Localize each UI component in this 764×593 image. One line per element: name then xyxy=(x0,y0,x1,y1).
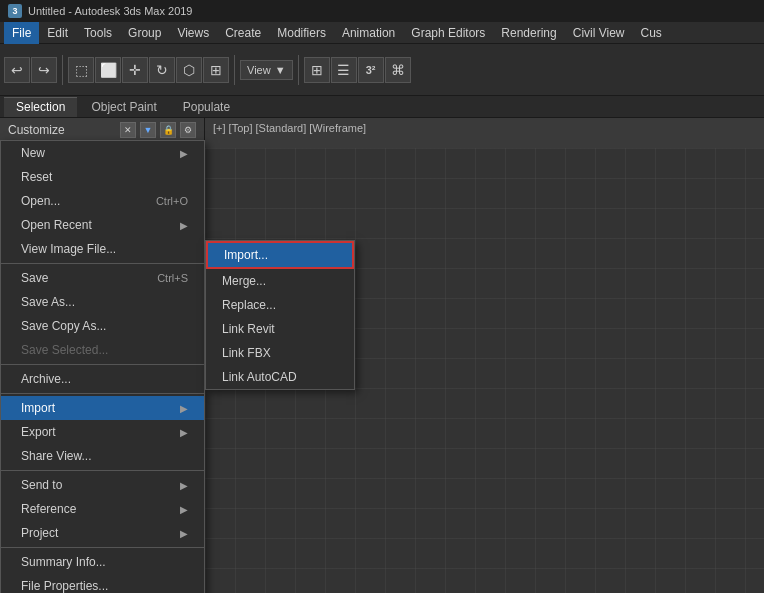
menu-item-new-label: New xyxy=(21,146,45,160)
toolbar-group-select: ↩ ↪ xyxy=(4,57,57,83)
tab-populate[interactable]: Populate xyxy=(171,97,242,117)
toolbar-group-align: ⊞ ☰ 3² ⌘ xyxy=(304,57,411,83)
menu-item-save-selected-label: Save Selected... xyxy=(21,343,108,357)
submenu-link-fbx-label: Link FBX xyxy=(222,346,271,360)
layer-button[interactable]: ☰ xyxy=(331,57,357,83)
file-dropdown: New ▶ Reset Open... Ctrl+O Open Recent ▶… xyxy=(0,140,205,593)
submenu-link-fbx[interactable]: Link FBX xyxy=(206,341,354,365)
menu-item-file-props[interactable]: File Properties... xyxy=(1,574,204,593)
select-region-button[interactable]: ⬜ xyxy=(95,57,121,83)
menu-separator-3 xyxy=(1,393,204,394)
menu-tools[interactable]: Tools xyxy=(76,22,120,44)
menu-bar: File Edit Tools Group Views Create Modif… xyxy=(0,22,764,44)
menu-item-summary-label: Summary Info... xyxy=(21,555,106,569)
left-panel: Customize ✕ ▼ 🔒 ⚙ ▲ Frozen New ▶ Reset xyxy=(0,118,205,593)
menu-item-open[interactable]: Open... Ctrl+O xyxy=(1,189,204,213)
menu-create[interactable]: Create xyxy=(217,22,269,44)
menu-item-save-copy-label: Save Copy As... xyxy=(21,319,106,333)
rotate-button[interactable]: ↻ xyxy=(149,57,175,83)
extra-button[interactable]: ⌘ xyxy=(385,57,411,83)
menu-item-reference[interactable]: Reference ▶ xyxy=(1,497,204,521)
menu-item-export-label: Export xyxy=(21,425,56,439)
toolbar-separator-3 xyxy=(298,55,299,85)
menu-item-send-to-label: Send to xyxy=(21,478,62,492)
submenu-link-autocad[interactable]: Link AutoCAD xyxy=(206,365,354,389)
submenu-link-autocad-label: Link AutoCAD xyxy=(222,370,297,384)
cust-filter-icon[interactable]: ▼ xyxy=(140,122,156,138)
toolbar-group-tools: ⬚ ⬜ ✛ ↻ ⬡ ⊞ xyxy=(68,57,229,83)
menu-civil-view[interactable]: Civil View xyxy=(565,22,633,44)
menu-item-project-label: Project xyxy=(21,526,58,540)
menu-item-open-recent[interactable]: Open Recent ▶ xyxy=(1,213,204,237)
customize-title: Customize xyxy=(8,123,65,137)
menu-item-summary[interactable]: Summary Info... xyxy=(1,550,204,574)
menu-separator-4 xyxy=(1,470,204,471)
select-button[interactable]: ⬚ xyxy=(68,57,94,83)
menu-rendering[interactable]: Rendering xyxy=(493,22,564,44)
scale-button[interactable]: ⬡ xyxy=(176,57,202,83)
tab-object-paint[interactable]: Object Paint xyxy=(79,97,168,117)
menu-modifiers[interactable]: Modifiers xyxy=(269,22,334,44)
menu-item-file-props-label: File Properties... xyxy=(21,579,108,593)
title-bar: 3 Untitled - Autodesk 3ds Max 2019 xyxy=(0,0,764,22)
submenu-import-label: Import... xyxy=(224,248,268,262)
mirror-button[interactable]: ⊞ xyxy=(203,57,229,83)
redo-button[interactable]: ↪ xyxy=(31,57,57,83)
cust-settings-icon[interactable]: ⚙ xyxy=(180,122,196,138)
submenu-merge-label: Merge... xyxy=(222,274,266,288)
menu-item-save[interactable]: Save Ctrl+S xyxy=(1,266,204,290)
menu-customize[interactable]: Cus xyxy=(633,22,670,44)
menu-item-new-arrow: ▶ xyxy=(180,148,188,159)
submenu-replace-label: Replace... xyxy=(222,298,276,312)
menu-item-share-view[interactable]: Share View... xyxy=(1,444,204,468)
menu-item-open-label: Open... xyxy=(21,194,60,208)
submenu-import[interactable]: Import... xyxy=(206,241,354,269)
menu-item-import-label: Import xyxy=(21,401,55,415)
align-button[interactable]: ⊞ xyxy=(304,57,330,83)
menu-item-send-to-arrow: ▶ xyxy=(180,480,188,491)
menu-item-reset-label: Reset xyxy=(21,170,52,184)
undo-button[interactable]: ↩ xyxy=(4,57,30,83)
main-area: Customize ✕ ▼ 🔒 ⚙ ▲ Frozen New ▶ Reset xyxy=(0,118,764,593)
menu-item-save-selected: Save Selected... xyxy=(1,338,204,362)
menu-item-save-label: Save xyxy=(21,271,48,285)
menu-file[interactable]: File xyxy=(4,22,39,44)
app-icon: 3 xyxy=(8,4,22,18)
menu-item-archive[interactable]: Archive... xyxy=(1,367,204,391)
import-submenu: Import... Merge... Replace... Link Revit… xyxy=(205,240,355,390)
3d-button[interactable]: 3² xyxy=(358,57,384,83)
menu-item-new[interactable]: New ▶ xyxy=(1,141,204,165)
menu-animation[interactable]: Animation xyxy=(334,22,403,44)
menu-item-save-copy[interactable]: Save Copy As... xyxy=(1,314,204,338)
menu-item-save-as[interactable]: Save As... xyxy=(1,290,204,314)
view-dropdown[interactable]: View ▼ xyxy=(240,60,293,80)
menu-item-open-recent-label: Open Recent xyxy=(21,218,92,232)
submenu-replace[interactable]: Replace... xyxy=(206,293,354,317)
submenu-merge[interactable]: Merge... xyxy=(206,269,354,293)
menu-group[interactable]: Group xyxy=(120,22,169,44)
menu-separator-5 xyxy=(1,547,204,548)
menu-item-save-shortcut: Ctrl+S xyxy=(157,272,188,284)
view-label: View xyxy=(247,64,271,76)
tab-bar: Selection Object Paint Populate xyxy=(0,96,764,118)
menu-item-view-image[interactable]: View Image File... xyxy=(1,237,204,261)
menu-edit[interactable]: Edit xyxy=(39,22,76,44)
menu-views[interactable]: Views xyxy=(169,22,217,44)
cust-close-icon[interactable]: ✕ xyxy=(120,122,136,138)
move-button[interactable]: ✛ xyxy=(122,57,148,83)
menu-separator-2 xyxy=(1,364,204,365)
menu-graph-editors[interactable]: Graph Editors xyxy=(403,22,493,44)
menu-item-import-arrow: ▶ xyxy=(180,403,188,414)
cust-lock-icon[interactable]: 🔒 xyxy=(160,122,176,138)
toolbar: ↩ ↪ ⬚ ⬜ ✛ ↻ ⬡ ⊞ View ▼ ⊞ ☰ 3² ⌘ xyxy=(0,44,764,96)
menu-item-export[interactable]: Export ▶ xyxy=(1,420,204,444)
menu-item-send-to[interactable]: Send to ▶ xyxy=(1,473,204,497)
submenu-link-revit[interactable]: Link Revit xyxy=(206,317,354,341)
menu-item-project-arrow: ▶ xyxy=(180,528,188,539)
menu-separator-1 xyxy=(1,263,204,264)
menu-item-project[interactable]: Project ▶ xyxy=(1,521,204,545)
tab-selection[interactable]: Selection xyxy=(4,97,77,117)
menu-item-save-as-label: Save As... xyxy=(21,295,75,309)
menu-item-reset[interactable]: Reset xyxy=(1,165,204,189)
menu-item-import[interactable]: Import ▶ xyxy=(1,396,204,420)
